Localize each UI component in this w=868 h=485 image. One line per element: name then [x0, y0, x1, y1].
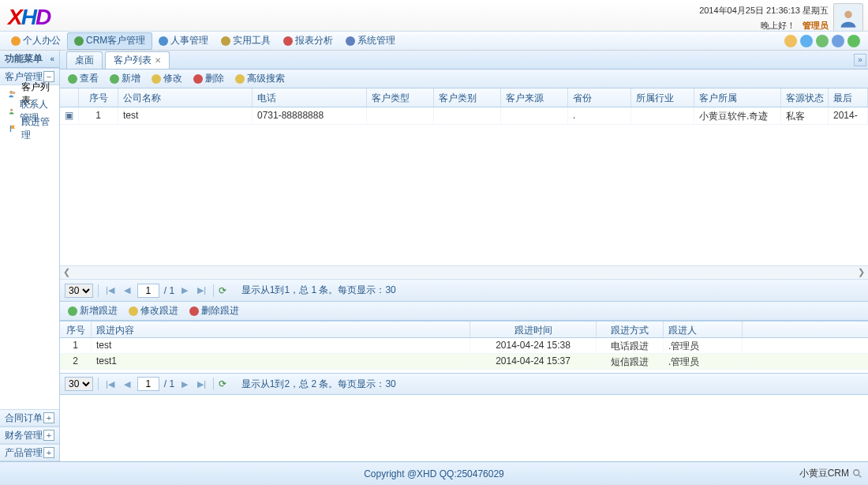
sidebar-item-followup[interactable]: 跟进管理: [0, 120, 59, 137]
scroll-left-icon[interactable]: ❮: [63, 267, 70, 277]
accordion-products[interactable]: 产品管理 +: [0, 444, 59, 461]
plus-icon: +: [43, 447, 54, 458]
sidebar: 功能菜单 « 客户管理 − 客户列表 联系人管理 跟进管理 合同订单 +: [0, 51, 60, 461]
menubar: 个人办公 CRM客户管理 人事管理 实用工具 报表分析 系统管理: [0, 31, 868, 50]
header-datetime: 2014年04月25日 21:36:13 星期五: [699, 5, 829, 17]
header-greeting: 晚上好！: [761, 21, 795, 30]
mail-icon[interactable]: [800, 35, 813, 47]
menu-hr[interactable]: 人事管理: [152, 32, 215, 50]
last-page-button[interactable]: ▶|: [195, 379, 208, 389]
tabs-expand-icon[interactable]: »: [854, 54, 866, 66]
pager-summary: 显示从1到2，总 2 条。每页显示：30: [241, 378, 396, 391]
refresh-icon[interactable]: ⟳: [219, 378, 226, 389]
sidebar-collapse-icon[interactable]: «: [50, 55, 54, 63]
view-button[interactable]: 查看: [63, 70, 103, 87]
followup-grid: 序号 跟进内容 跟进时间 跟进方式 跟进人 1 test 2014-04-24 …: [60, 321, 868, 373]
menu-tools[interactable]: 实用工具: [215, 32, 277, 50]
add-button[interactable]: 新增: [105, 70, 145, 87]
sidebar-title: 功能菜单 «: [0, 51, 59, 68]
pager-summary: 显示从1到1，总 1 条。每页显示：30: [241, 284, 396, 297]
horizontal-scrollbar[interactable]: ❮ ❯: [60, 265, 868, 280]
svg-line-6: [859, 474, 862, 477]
menu-crm[interactable]: CRM客户管理: [67, 32, 152, 50]
menu-report[interactable]: 报表分析: [277, 32, 339, 50]
menubar-right-icons: [784, 35, 863, 47]
search-icon[interactable]: [852, 468, 863, 479]
svg-rect-4: [10, 126, 11, 132]
svg-point-2: [13, 92, 15, 94]
tab-desktop[interactable]: 桌面: [66, 51, 103, 69]
svg-point-3: [10, 109, 13, 111]
scroll-right-icon[interactable]: ❯: [858, 267, 865, 277]
info-icon[interactable]: [832, 35, 844, 47]
plus-icon: +: [43, 430, 54, 441]
avatar-icon: [837, 7, 859, 29]
pager-customers: 30 |◀ ◀ / 1 ▶ ▶| ⟳ 显示从1到1，总 1 条。每页显示：30: [60, 280, 868, 302]
advanced-search-button[interactable]: 高级搜索: [230, 70, 290, 87]
expand-icon[interactable]: ▣: [60, 107, 79, 124]
help-icon[interactable]: [816, 35, 829, 47]
header-info: 2014年04月25日 21:36:13 星期五 晚上好！ 管理员: [699, 5, 829, 32]
svg-point-0: [844, 11, 851, 18]
plus-icon: +: [43, 412, 54, 423]
toolbar-main: 查看 新增 修改 删除 高级搜索: [60, 70, 868, 88]
header-username[interactable]: 管理员: [803, 21, 829, 30]
tab-customer-list[interactable]: 客户列表 ✕: [105, 51, 170, 69]
prev-page-button[interactable]: ◀: [122, 285, 133, 295]
first-page-button[interactable]: |◀: [103, 379, 117, 389]
content-area: 桌面 客户列表 ✕ » 查看 新增 修改 删除 高级搜索 序号 公司名称 电话 …: [60, 51, 868, 461]
page-size-select[interactable]: 30: [65, 377, 93, 391]
add-followup-button[interactable]: 新增跟进: [63, 303, 122, 319]
users-icon: [8, 88, 17, 100]
refresh-icon[interactable]: ⟳: [219, 285, 226, 296]
avatar[interactable]: [833, 3, 863, 33]
accordion-finance[interactable]: 财务管理 +: [0, 427, 59, 444]
first-page-button[interactable]: |◀: [103, 285, 117, 295]
prev-page-button[interactable]: ◀: [122, 379, 133, 389]
toolbar-followup: 新增跟进 修改跟进 删除跟进: [60, 302, 868, 321]
svg-point-1: [9, 91, 13, 94]
table-row[interactable]: 2 test1 2014-04-24 15:37 短信跟进 .管理员: [60, 354, 868, 370]
menu-system[interactable]: 系统管理: [339, 32, 402, 50]
customer-grid: 序号 公司名称 电话 客户类型 客户类别 客户来源 省份 所属行业 客户所属 客…: [60, 88, 868, 280]
page-input[interactable]: [137, 377, 159, 391]
page-input[interactable]: [137, 284, 159, 298]
logo: XHD: [8, 5, 50, 30]
svg-point-5: [854, 469, 859, 475]
next-page-button[interactable]: ▶: [179, 379, 190, 389]
customer-grid-header: 序号 公司名称 电话 客户类型 客户类别 客户来源 省份 所属行业 客户所属 客…: [60, 88, 868, 107]
home-icon[interactable]: [784, 35, 797, 47]
table-row[interactable]: 1 test 2014-04-24 15:38 电话跟进 .管理员: [60, 338, 868, 354]
user-icon: [8, 106, 15, 117]
pager-followup: 30 |◀ ◀ / 1 ▶ ▶| ⟳ 显示从1到2，总 2 条。每页显示：30: [60, 373, 868, 395]
edit-followup-button[interactable]: 修改跟进: [124, 303, 183, 319]
delete-button[interactable]: 删除: [189, 70, 229, 87]
edit-button[interactable]: 修改: [147, 70, 187, 87]
menu-personal[interactable]: 个人办公: [5, 32, 67, 50]
close-icon[interactable]: ✕: [155, 56, 161, 65]
delete-followup-button[interactable]: 删除跟进: [185, 303, 244, 319]
page-size-select[interactable]: 30: [65, 284, 93, 298]
flag-icon: [8, 123, 17, 134]
status-text: 小黄豆CRM: [799, 467, 849, 480]
app-header: XHD 2014年04月25日 21:36:13 星期五 晚上好！ 管理员 个人…: [0, 0, 868, 51]
table-row[interactable]: ▣ 1 test 0731-88888888 . 小黄豆软件.奇迹 私客 201…: [60, 107, 868, 125]
tabs: 桌面 客户列表 ✕ »: [60, 51, 868, 70]
last-page-button[interactable]: ▶|: [195, 285, 208, 295]
accordion-contracts[interactable]: 合同订单 +: [0, 409, 59, 427]
exit-icon[interactable]: [847, 35, 860, 47]
copyright: Copyright @XHD QQ:250476029: [364, 468, 504, 479]
next-page-button[interactable]: ▶: [179, 285, 190, 295]
footer: Copyright @XHD QQ:250476029 小黄豆CRM: [0, 461, 868, 485]
